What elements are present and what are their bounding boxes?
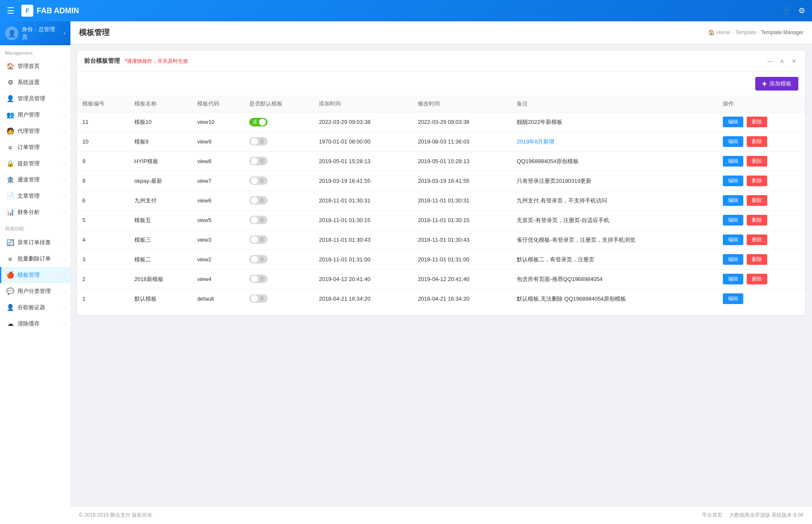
- settings-icon[interactable]: ⚙: [798, 6, 805, 15]
- cell-actions: 编辑: [718, 289, 805, 309]
- cell-remark: 无首页-有登录页，注册页-自适应手机: [512, 211, 718, 230]
- delete-button[interactable]: 删除: [747, 195, 767, 206]
- sidebar-item-agents[interactable]: 🧑 代理管理 ›: [0, 123, 70, 139]
- sidebar-item-system[interactable]: ⚙ 系统设置 ›: [0, 74, 70, 91]
- table-header-row: 模板编号 模板名称 模板代码 是否默认模板 添加时间 修改时间 备注 操作: [77, 96, 805, 112]
- toggle-label: 否: [259, 197, 264, 204]
- other-functions-label: 其他功能: [0, 220, 70, 234]
- card-expand-button[interactable]: ∧: [778, 57, 786, 65]
- channels-icon: 🏦: [6, 176, 14, 184]
- add-template-button[interactable]: ✚ 添加模板: [755, 77, 798, 91]
- toggle-off[interactable]: 否: [249, 235, 268, 244]
- edit-button[interactable]: 编辑: [723, 215, 743, 225]
- cell-code: view5: [192, 211, 244, 230]
- sidebar-item-finance[interactable]: 📊 财务分析 ›: [0, 204, 70, 220]
- toggle-off[interactable]: 否: [249, 137, 268, 146]
- sidebar-item-template[interactable]: 🍎 模板管理 ›: [0, 267, 70, 283]
- articles-icon: 📄: [6, 192, 14, 200]
- col-header-id: 模板编号: [77, 96, 129, 112]
- edit-button[interactable]: 编辑: [723, 136, 743, 147]
- toggle-circle: [251, 177, 258, 184]
- sidebar-item-home-label: 管理首页: [17, 62, 60, 70]
- sidebar-item-abnormal[interactable]: 🔄 异常订单排查 ›: [0, 234, 70, 251]
- sidebar-item-orders[interactable]: ≡ 订单管理 ›: [0, 139, 70, 155]
- breadcrumb-template[interactable]: Template: [735, 29, 756, 35]
- col-header-default: 是否默认模板: [244, 96, 314, 112]
- card-minimize-button[interactable]: —: [766, 57, 774, 65]
- cell-remark: 九州支付,有登录页，不支持手机访问: [512, 191, 718, 211]
- main-layout: 👤 身份：总管理员 › Management 🏠 管理首页 › ⚙ 系统设置 ›…: [0, 21, 812, 524]
- template-icon: 🍎: [6, 271, 14, 279]
- orders-icon: ≡: [6, 144, 14, 151]
- delete-button[interactable]: 删除: [747, 136, 767, 147]
- toggle-off[interactable]: 否: [249, 176, 268, 185]
- cell-name: 2018新模板: [129, 269, 192, 289]
- sidebar-item-channels[interactable]: 🏦 通道管理 ›: [0, 172, 70, 188]
- cell-mod-time: 2019-05-01 15:28:13: [413, 152, 512, 171]
- cell-remark: 包含所有页面-推荐QQ1968984054: [512, 269, 718, 289]
- card-close-button[interactable]: ✕: [790, 57, 798, 65]
- cell-actions: 编辑 删除: [718, 269, 805, 289]
- clear-cache-arrow: ›: [64, 321, 65, 326]
- delete-button[interactable]: 删除: [747, 215, 767, 225]
- sidebar-item-google-auth[interactable]: 👤 谷歌验证器 ›: [0, 299, 70, 316]
- toggle-off[interactable]: 否: [249, 275, 268, 283]
- system-arrow: ›: [64, 80, 65, 85]
- sidebar-item-user-category-label: 用户分类管理: [17, 287, 60, 295]
- cell-code: view3: [192, 230, 244, 250]
- sidebar-item-admin[interactable]: 👤 管理员管理 ›: [0, 91, 70, 107]
- delete-button[interactable]: 删除: [747, 117, 767, 127]
- cell-mod-time: 2018-11-01 01:30:43: [413, 230, 512, 250]
- delete-button[interactable]: 删除: [747, 274, 767, 284]
- user-icon[interactable]: 👤: [782, 6, 792, 15]
- footer-home-link[interactable]: 平台首页: [702, 512, 722, 519]
- edit-button[interactable]: 编辑: [723, 156, 743, 167]
- hamburger-icon[interactable]: ☰: [7, 6, 15, 16]
- breadcrumb-home[interactable]: Home: [716, 29, 730, 35]
- cell-remark: 默认模板二，有登录页，注册页: [512, 250, 718, 269]
- cell-id: 8: [77, 171, 129, 191]
- delete-button[interactable]: 删除: [747, 156, 767, 167]
- sidebar-item-home[interactable]: 🏠 管理首页 ›: [0, 58, 70, 74]
- delete-button[interactable]: 删除: [747, 254, 767, 265]
- toggle-on[interactable]: 是: [249, 118, 268, 126]
- sidebar-item-system-label: 系统设置: [17, 79, 60, 86]
- sidebar-identity[interactable]: 👤 身份：总管理员 ›: [0, 21, 70, 45]
- sidebar-item-users[interactable]: 👥 用户管理 ›: [0, 107, 70, 123]
- cell-id: 6: [77, 191, 129, 211]
- cell-name: 九州支付: [129, 191, 192, 211]
- delete-button[interactable]: 删除: [747, 234, 767, 245]
- cell-code: view6: [192, 191, 244, 211]
- cell-remark: 默认模板,无法删除 QQ1968984054原创模板: [512, 289, 718, 309]
- cell-actions: 编辑 删除: [718, 132, 805, 152]
- edit-button[interactable]: 编辑: [723, 195, 743, 206]
- table-row: 5模板五view5否2018-11-01 01:30:152018-11-01 …: [77, 211, 805, 230]
- sidebar-item-batch-delete[interactable]: ≡ 批量删除订单 ›: [0, 251, 70, 267]
- toggle-off[interactable]: 否: [249, 196, 268, 205]
- edit-button[interactable]: 编辑: [723, 293, 743, 304]
- toggle-circle: [251, 236, 258, 243]
- cell-code: default: [192, 289, 244, 309]
- sidebar-item-clear-cache[interactable]: ☁ 清除缓存 ›: [0, 316, 70, 332]
- toggle-off[interactable]: 否: [249, 216, 268, 224]
- toggle-off[interactable]: 否: [249, 157, 268, 165]
- delete-button[interactable]: 删除: [747, 176, 767, 186]
- edit-button[interactable]: 编辑: [723, 274, 743, 284]
- sidebar-item-withdraw[interactable]: 🔒 提款管理 ›: [0, 155, 70, 172]
- edit-button[interactable]: 编辑: [723, 176, 743, 186]
- edit-button[interactable]: 编辑: [723, 254, 743, 265]
- toggle-label: 否: [259, 158, 264, 164]
- cell-default: 否: [244, 289, 314, 309]
- toggle-off[interactable]: 否: [249, 255, 268, 263]
- cell-code: view10: [192, 112, 244, 132]
- logo-icon: F: [21, 5, 33, 17]
- sidebar-item-user-category[interactable]: 💬 用户分类管理 ›: [0, 283, 70, 299]
- edit-button[interactable]: 编辑: [723, 234, 743, 245]
- sidebar-item-articles[interactable]: 📄 文章管理 ›: [0, 188, 70, 204]
- edit-button[interactable]: 编辑: [723, 117, 743, 127]
- toggle-off[interactable]: 否: [249, 294, 268, 303]
- cell-code: view4: [192, 269, 244, 289]
- cell-default: 否: [244, 230, 314, 250]
- cell-code: view7: [192, 171, 244, 191]
- system-icon: ⚙: [6, 79, 14, 86]
